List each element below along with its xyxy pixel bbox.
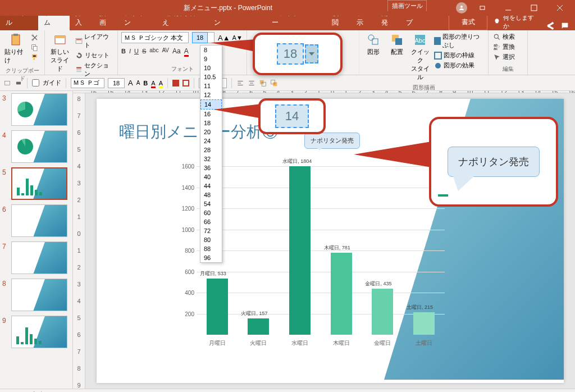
font-size-option[interactable]: 54: [200, 199, 222, 208]
qat-font-color[interactable]: A: [151, 80, 155, 86]
font-size-option[interactable]: 24: [200, 136, 222, 145]
font-size-option[interactable]: 12: [200, 90, 222, 99]
qat-align-center-icon[interactable]: [248, 79, 255, 87]
arrange-button[interactable]: 配置: [386, 32, 408, 57]
svg-marker-38: [211, 39, 255, 52]
qat-outline-color[interactable]: [182, 80, 189, 86]
titlebar: 描画ツール 新メニュー.pptx - PowerPoint: [0, 0, 575, 16]
replace-button[interactable]: abac置換: [492, 42, 516, 52]
reset-button[interactable]: リセット: [74, 51, 114, 60]
qat-fill-color[interactable]: [172, 80, 179, 86]
font-size-combo[interactable]: 18: [192, 32, 208, 43]
shapes-icon: [367, 33, 380, 47]
qat-print-icon[interactable]: [15, 79, 22, 87]
share-icon[interactable]: [546, 21, 555, 30]
arrange-icon: [390, 33, 404, 47]
shapes-button[interactable]: 図形: [363, 32, 384, 57]
thumb-number: 9: [2, 316, 11, 348]
comments-icon[interactable]: [560, 21, 569, 30]
ribbon-display-button[interactable]: [472, 0, 493, 16]
thumb-number: 3: [2, 93, 11, 126]
font-size-option[interactable]: 96: [200, 253, 222, 262]
font-size-option[interactable]: 10: [200, 63, 222, 72]
shape-fill-button[interactable]: 図形の塗りつぶし: [433, 32, 485, 50]
font-size-option[interactable]: 88: [200, 244, 222, 253]
layout-button[interactable]: レイアウト: [74, 32, 114, 50]
close-button[interactable]: [549, 0, 571, 16]
font-size-option[interactable]: 20: [200, 127, 222, 136]
qat-grow-font[interactable]: A: [128, 79, 133, 87]
shadow-button[interactable]: abc: [149, 47, 158, 55]
font-size-dropdown-list[interactable]: 891010.511121416182024283236404448546066…: [200, 45, 222, 263]
slide-thumbnail[interactable]: [11, 204, 67, 237]
font-size-option[interactable]: 66: [200, 217, 222, 226]
qat-shrink-font[interactable]: A: [136, 80, 140, 86]
qat-bring-front-icon[interactable]: [259, 79, 267, 87]
font-color-button[interactable]: A: [184, 47, 189, 55]
callout-shape[interactable]: ナポリタン発売: [304, 133, 360, 149]
font-size-option[interactable]: 44: [200, 181, 222, 190]
quickstyle-button[interactable]: Abcクイック スタイル: [409, 32, 431, 83]
font-size-option[interactable]: 32: [200, 154, 222, 163]
minimize-button[interactable]: [498, 0, 519, 16]
qat-highlight[interactable]: A: [159, 80, 163, 86]
slide-thumbnail[interactable]: [11, 316, 67, 348]
notes-pane[interactable]: ノートを入力: [0, 389, 575, 392]
italic-button[interactable]: I: [129, 47, 131, 55]
slide-thumbnail[interactable]: [11, 279, 67, 311]
font-name-combo[interactable]: ＭＳ Ｐゴシック 本文: [121, 32, 189, 43]
lightbulb-icon: [493, 18, 501, 26]
font-size-option[interactable]: 10.5: [200, 72, 222, 81]
thumb-number: 4: [2, 130, 11, 163]
maximize-button[interactable]: [523, 0, 545, 16]
font-size-option[interactable]: 80: [200, 235, 222, 244]
font-size-option[interactable]: 72: [200, 226, 222, 235]
cut-icon[interactable]: [30, 33, 39, 42]
font-size-option[interactable]: 36: [200, 163, 222, 172]
qat-bold[interactable]: B: [143, 80, 148, 86]
font-size-option[interactable]: 48: [200, 190, 222, 199]
thumb-number: 5: [2, 167, 11, 200]
qat-font-size[interactable]: [108, 78, 125, 88]
svg-rect-16: [76, 67, 81, 69]
change-case-button[interactable]: Aa: [172, 47, 181, 55]
layout-icon: [75, 37, 83, 45]
qat-align-left-icon[interactable]: [236, 79, 244, 87]
font-size-option[interactable]: 28: [200, 145, 222, 154]
svg-rect-18: [76, 71, 81, 72]
guide-checkbox[interactable]: [32, 79, 39, 86]
font-size-option[interactable]: 60: [200, 208, 222, 217]
qat-font-name[interactable]: [71, 78, 104, 88]
quick-access-toolbar: ガイド A A B A A 3.9 cm: [0, 75, 575, 91]
user-avatar[interactable]: [456, 2, 467, 13]
underline-button[interactable]: U: [134, 47, 139, 55]
find-button[interactable]: 検索: [492, 32, 516, 42]
qat-home-icon[interactable]: [3, 79, 11, 87]
char-spacing-button[interactable]: AV: [162, 47, 169, 55]
section-button[interactable]: セクション: [74, 61, 114, 79]
svg-point-28: [494, 34, 498, 38]
copy-icon[interactable]: [30, 43, 39, 52]
bold-button[interactable]: B: [121, 47, 126, 55]
paste-button[interactable]: 貼り付け: [3, 32, 28, 66]
shape-effects-button[interactable]: 図形の効果: [433, 61, 485, 70]
format-painter-icon[interactable]: [30, 53, 39, 62]
font-size-option[interactable]: 11: [200, 81, 222, 90]
svg-rect-26: [435, 52, 441, 59]
new-slide-button[interactable]: 新しい スライド: [48, 32, 72, 74]
svg-point-27: [435, 63, 441, 69]
tell-me[interactable]: 何をしますか: [487, 13, 546, 30]
svg-text:Abc: Abc: [415, 37, 426, 44]
qat-send-back-icon[interactable]: [270, 79, 278, 87]
slide-thumbnail[interactable]: [11, 241, 67, 274]
ribbon-tabs: ファイル ホーム 挿入 描画 デザイン 画面切り替え アニメーション スライド …: [0, 16, 575, 30]
slide-thumbnail[interactable]: [11, 93, 67, 126]
group-label-drawing: 図形描画: [363, 83, 485, 92]
slide-thumbnail[interactable]: [11, 130, 67, 163]
strike-button[interactable]: S: [142, 47, 146, 55]
slide-thumbnail[interactable]: [11, 167, 67, 200]
shape-outline-button[interactable]: 図形の枠線: [433, 51, 485, 60]
slide-title[interactable]: 曜日別メニュー分析⑥: [119, 121, 278, 143]
select-button[interactable]: 選択: [492, 52, 516, 62]
font-size-option[interactable]: 40: [200, 172, 222, 181]
